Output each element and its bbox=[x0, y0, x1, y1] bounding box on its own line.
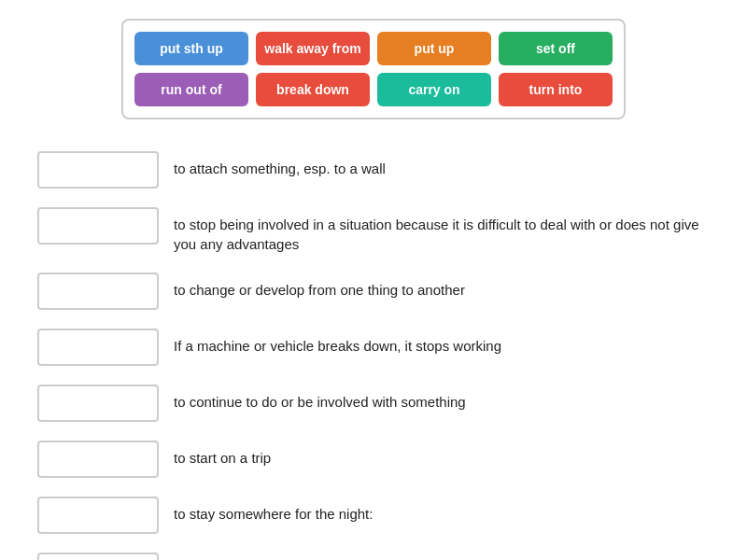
answer-box-1[interactable] bbox=[37, 151, 159, 189]
definition-row: to stay somewhere for the night: bbox=[37, 487, 710, 543]
answer-box-4[interactable] bbox=[37, 329, 159, 366]
definition-row: to start on a trip bbox=[37, 431, 710, 487]
definition-row: If a machine or vehicle breaks down, it … bbox=[37, 319, 710, 375]
definition-text-1: to attach something, esp. to a wall bbox=[174, 151, 710, 178]
definition-text-3: to change or develop from one thing to a… bbox=[174, 273, 710, 300]
word-chip-turn-into[interactable]: turn into bbox=[499, 73, 613, 106]
definition-text-8: to finish, use, or sell all of something… bbox=[174, 553, 710, 560]
definition-text-4: If a machine or vehicle breaks down, it … bbox=[174, 329, 710, 356]
answer-box-8[interactable] bbox=[37, 553, 159, 560]
word-bank: put sth upwalk away fromput upset offrun… bbox=[121, 19, 626, 119]
answer-box-5[interactable] bbox=[37, 385, 159, 422]
word-chip-carry-on[interactable]: carry on bbox=[377, 73, 491, 106]
definition-row: to change or develop from one thing to a… bbox=[37, 263, 710, 319]
definition-row: to stop being involved in a situation be… bbox=[37, 198, 710, 263]
definition-text-5: to continue to do or be involved with so… bbox=[174, 385, 710, 412]
word-chip-break-down[interactable]: break down bbox=[256, 73, 370, 106]
definition-text-7: to stay somewhere for the night: bbox=[174, 497, 710, 524]
word-chip-put-sth-up[interactable]: put sth up bbox=[134, 32, 248, 65]
definition-row: to attach something, esp. to a wall bbox=[37, 142, 710, 198]
word-chip-run-out-of[interactable]: run out of bbox=[134, 73, 248, 106]
definition-row: to finish, use, or sell all of something… bbox=[37, 543, 710, 560]
word-chip-set-off[interactable]: set off bbox=[499, 32, 613, 65]
answer-box-6[interactable] bbox=[37, 441, 159, 478]
answer-box-7[interactable] bbox=[37, 497, 159, 534]
word-chip-put-up[interactable]: put up bbox=[377, 32, 491, 65]
definition-text-6: to start on a trip bbox=[174, 441, 710, 468]
definition-row: to continue to do or be involved with so… bbox=[37, 375, 710, 431]
word-chip-walk-away-from[interactable]: walk away from bbox=[256, 32, 370, 65]
definitions-list: to attach something, esp. to a wallto st… bbox=[37, 142, 710, 560]
answer-box-3[interactable] bbox=[37, 273, 159, 310]
definition-text-2: to stop being involved in a situation be… bbox=[174, 207, 710, 254]
answer-box-2[interactable] bbox=[37, 207, 159, 245]
